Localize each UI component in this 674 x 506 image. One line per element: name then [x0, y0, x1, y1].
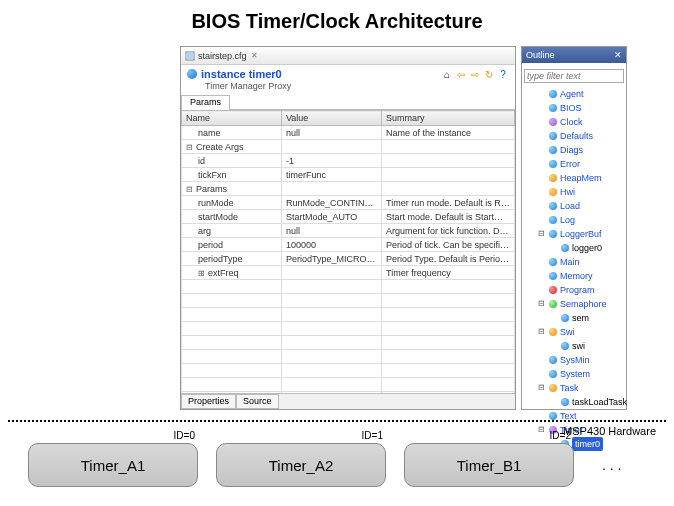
tree-node[interactable]: ⊟Semaphore: [538, 297, 622, 311]
tree-node[interactable]: Diags: [538, 143, 622, 157]
hw-divider: [8, 420, 666, 422]
tree-node[interactable]: HeapMem: [538, 171, 622, 185]
outline-panel: Outline ✕ AgentBIOSClockDefaultsDiagsErr…: [521, 46, 627, 410]
module-icon: [561, 342, 569, 350]
tree-node[interactable]: SysMin: [538, 353, 622, 367]
module-icon: [549, 230, 557, 238]
params-table: Name Value Summary namenullName of the i…: [181, 110, 515, 400]
module-icon: [561, 314, 569, 322]
module-icon: [549, 370, 557, 378]
tree-node[interactable]: Load: [538, 199, 622, 213]
param-row[interactable]: periodTypePeriodType_MICROSECSPeriod Typ…: [182, 252, 515, 266]
refresh-icon[interactable]: ↻: [483, 68, 495, 80]
module-icon: [549, 300, 557, 308]
back-icon[interactable]: ⇦: [455, 68, 467, 80]
tree-node[interactable]: ⊟Swi: [538, 325, 622, 339]
more-indicator: . . .: [602, 457, 621, 473]
hardware-section: MSP430 Hardware ID=0Timer_A1ID=1Timer_A2…: [8, 420, 666, 487]
module-icon: [549, 216, 557, 224]
forward-icon[interactable]: ⇨: [469, 68, 481, 80]
param-row[interactable]: ⊞extFreqTimer frequency: [182, 266, 515, 280]
module-icon: [549, 286, 557, 294]
module-icon: [549, 328, 557, 336]
source-tab[interactable]: Source: [236, 394, 279, 409]
param-row[interactable]: tickFxntimerFunc: [182, 168, 515, 182]
tree-node[interactable]: ⊟LoggerBuf: [538, 227, 622, 241]
param-row[interactable]: ⊟Params: [182, 182, 515, 196]
tree-node[interactable]: Defaults: [538, 129, 622, 143]
tree-node[interactable]: swi: [550, 339, 622, 353]
tree-node[interactable]: Program: [538, 283, 622, 297]
module-icon: [549, 412, 557, 420]
tree-node[interactable]: Log: [538, 213, 622, 227]
module-icon: [549, 174, 557, 182]
tree-node[interactable]: System: [538, 367, 622, 381]
tree-node[interactable]: ⊟Task: [538, 381, 622, 395]
filter-input[interactable]: [524, 69, 624, 83]
param-row[interactable]: namenullName of the instance: [182, 126, 515, 140]
param-row[interactable]: ⊟Create Args: [182, 140, 515, 154]
module-icon: [549, 132, 557, 140]
col-summary[interactable]: Summary: [382, 111, 515, 126]
close-icon[interactable]: ✕: [251, 51, 258, 60]
module-icon: [549, 104, 557, 112]
param-row[interactable]: period100000Period of tick. Can be speci…: [182, 238, 515, 252]
properties-tab[interactable]: Properties: [181, 394, 236, 409]
param-row[interactable]: id-1: [182, 154, 515, 168]
module-icon: [549, 356, 557, 364]
tree-node[interactable]: BIOS: [538, 101, 622, 115]
help-icon[interactable]: ?: [497, 68, 509, 80]
tree-node[interactable]: Agent: [538, 87, 622, 101]
tree-node[interactable]: taskLoadTask: [550, 395, 622, 409]
panel-close-icon[interactable]: ✕: [614, 50, 622, 60]
tree-node[interactable]: Error: [538, 157, 622, 171]
module-icon: [549, 146, 557, 154]
nav-toolbar: ⌂ ⇦ ⇨ ↻ ?: [441, 68, 509, 80]
home-icon[interactable]: ⌂: [441, 68, 453, 80]
editor-panel: stairstep.cfg ✕ instance timer0 ⌂ ⇦ ⇨ ↻ …: [180, 46, 516, 410]
outline-title: Outline: [526, 50, 555, 60]
tree-node[interactable]: Hwi: [538, 185, 622, 199]
config-file-icon: [185, 51, 195, 61]
outline-tree: AgentBIOSClockDefaultsDiagsErrorHeapMemH…: [522, 85, 626, 453]
param-row[interactable]: runModeRunMode_CONTINUOUSTimer run mode.…: [182, 196, 515, 210]
tree-node[interactable]: logger0: [550, 241, 622, 255]
module-icon: [549, 202, 557, 210]
tree-node[interactable]: Memory: [538, 269, 622, 283]
instance-title: instance timer0: [201, 68, 282, 80]
instance-icon: [187, 69, 197, 79]
module-icon: [549, 272, 557, 280]
col-name[interactable]: Name: [182, 111, 282, 126]
module-icon: [549, 118, 557, 126]
module-icon: [549, 258, 557, 266]
module-icon: [561, 244, 569, 252]
param-row[interactable]: argnullArgument for tick function. Defau…: [182, 224, 515, 238]
param-row[interactable]: startModeStartMode_AUTOStart mode. Defau…: [182, 210, 515, 224]
module-icon: [561, 398, 569, 406]
tree-node[interactable]: Main: [538, 255, 622, 269]
tab-label: stairstep.cfg: [198, 51, 247, 61]
col-value[interactable]: Value: [282, 111, 382, 126]
timer-block: ID=1Timer_A2: [216, 443, 386, 487]
editor-tab[interactable]: stairstep.cfg ✕: [181, 47, 515, 65]
tree-node[interactable]: sem: [550, 311, 622, 325]
slide-title: BIOS Timer/Clock Architecture: [0, 0, 674, 33]
module-icon: [549, 188, 557, 196]
module-icon: [549, 90, 557, 98]
instance-subtitle: Timer Manager Proxy: [181, 81, 515, 91]
timer-block: ID=0Timer_A1: [28, 443, 198, 487]
params-tab[interactable]: Params: [181, 95, 230, 110]
module-icon: [549, 160, 557, 168]
module-icon: [549, 384, 557, 392]
timer-block: ID=2Timer_B1: [404, 443, 574, 487]
tree-node[interactable]: Clock: [538, 115, 622, 129]
